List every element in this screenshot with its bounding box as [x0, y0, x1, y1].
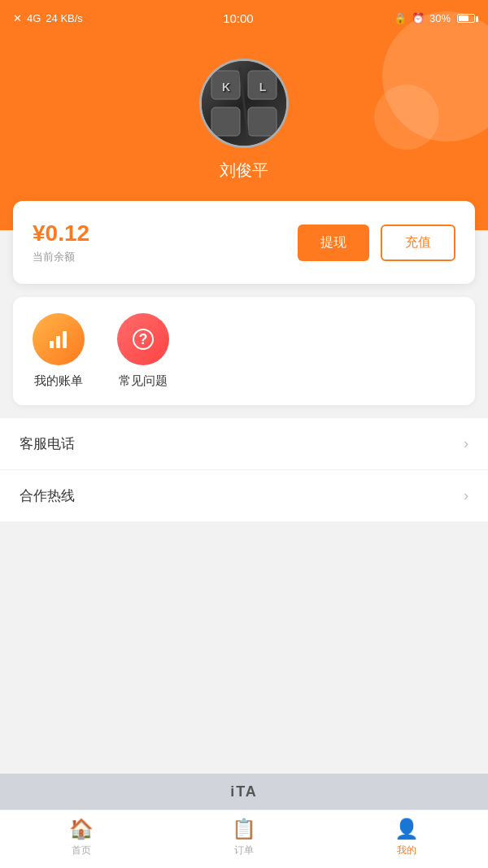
balance-info: ¥0.12 当前余额 — [33, 220, 89, 264]
partner-hotline-text: 合作热线 — [20, 486, 75, 505]
balance-label: 当前余额 — [33, 250, 89, 264]
svg-rect-8 — [56, 336, 60, 348]
avatar-image: K L — [202, 61, 286, 146]
chevron-right-icon-2: › — [464, 487, 468, 504]
nav-mine[interactable]: 👤 我的 — [325, 818, 488, 861]
my-bill-icon — [33, 313, 85, 365]
svg-rect-9 — [63, 331, 67, 348]
faq-icon: ? — [117, 313, 169, 365]
menu-grid: 我的账单 ? 常见问题 — [33, 313, 455, 389]
mine-label: 我的 — [397, 844, 416, 857]
profile-name: 刘俊平 — [220, 159, 268, 181]
nav-home[interactable]: 🏠 首页 — [0, 818, 163, 861]
svg-line-6 — [240, 67, 248, 140]
svg-text:?: ? — [139, 331, 148, 347]
svg-rect-7 — [50, 341, 54, 348]
network-type: 4G — [27, 12, 41, 24]
partner-hotline-item[interactable]: 合作热线 › — [0, 470, 488, 521]
avatar: K L — [199, 59, 289, 148]
content-area: ¥0.12 当前余额 提现 充值 我的账单 — [0, 201, 488, 619]
status-time: 10:00 — [223, 11, 254, 25]
topup-button[interactable]: 充值 — [381, 225, 455, 261]
orders-label: 订单 — [234, 844, 254, 857]
ita-bar: iTA — [0, 774, 488, 809]
customer-service-item[interactable]: 客服电话 › — [0, 418, 488, 470]
svg-rect-2 — [211, 107, 240, 136]
status-left: ✕ 4G 24 KB/s — [13, 12, 83, 24]
bottom-nav: 🏠 首页 📋 订单 👤 我的 — [0, 809, 488, 868]
my-bill-label: 我的账单 — [34, 373, 83, 389]
nav-orders[interactable]: 📋 订单 — [163, 818, 325, 861]
balance-card: ¥0.12 当前余额 提现 充值 — [13, 201, 475, 284]
faq-label: 常见问题 — [119, 373, 168, 389]
svg-rect-3 — [248, 107, 277, 136]
signal-icon: ✕ — [13, 12, 22, 24]
balance-amount: ¥0.12 — [33, 220, 89, 246]
ita-text: iTA — [230, 783, 258, 800]
menu-item-my-bill[interactable]: 我的账单 — [33, 313, 85, 389]
withdraw-button[interactable]: 提现 — [298, 225, 369, 261]
home-label: 首页 — [72, 844, 91, 857]
customer-service-text: 客服电话 — [20, 434, 75, 453]
menu-item-faq[interactable]: ? 常见问题 — [117, 313, 169, 389]
mine-icon: 👤 — [394, 818, 419, 840]
speed-indicator: 24 KB/s — [46, 12, 83, 24]
lock-icon: 🔒 — [394, 12, 407, 24]
orders-icon: 📋 — [232, 818, 256, 840]
list-section: 客服电话 › 合作热线 › — [0, 418, 488, 521]
home-icon: 🏠 — [69, 818, 94, 840]
chevron-right-icon: › — [464, 435, 468, 452]
balance-actions: 提现 充值 — [298, 225, 455, 261]
menu-card: 我的账单 ? 常见问题 — [13, 297, 475, 405]
